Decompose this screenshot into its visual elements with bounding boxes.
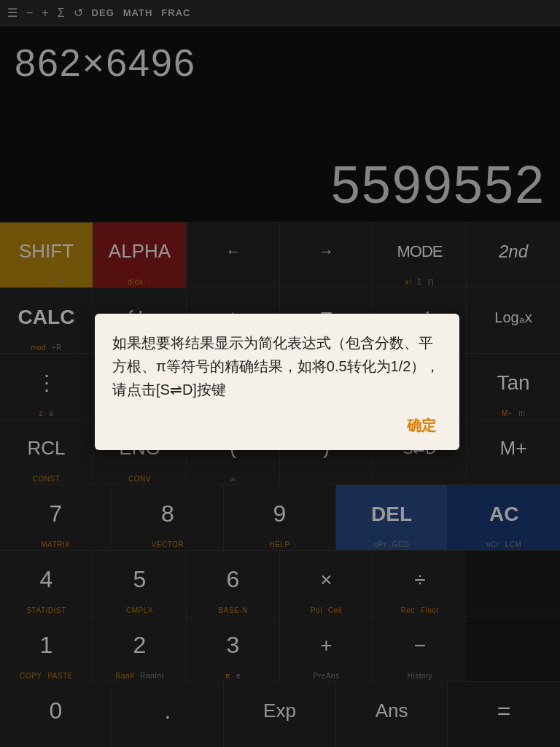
modal-footer: 确定 [112,413,442,438]
confirm-button[interactable]: 确定 [401,413,442,438]
modal-overlay: 如果想要将结果显示为简化表达式（包含分数、平方根、π等符号的精确结果，如将0.5… [0,0,560,747]
info-modal: 如果想要将结果显示为简化表达式（包含分数、平方根、π等符号的精确结果，如将0.5… [95,314,459,450]
modal-message: 如果想要将结果显示为简化表达式（包含分数、平方根、π等符号的精确结果，如将0.5… [112,331,442,401]
